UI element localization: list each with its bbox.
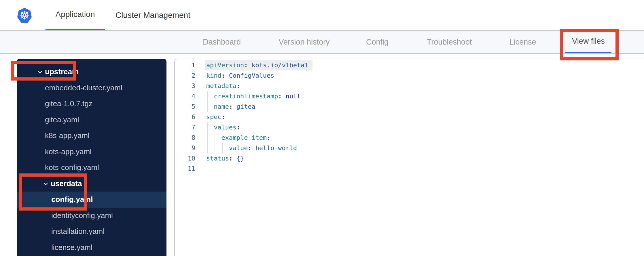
token — [206, 93, 214, 100]
subnav-tab-license[interactable]: License — [507, 31, 539, 53]
code-text: apiVersion: kots.io/v1beta1 — [206, 60, 308, 70]
code-line-2: 2kind: ConfigValues — [175, 70, 644, 81]
helm-wheel-glyph: ☸ — [19, 9, 30, 21]
topbar-tab-cluster-management[interactable]: Cluster Management — [114, 0, 192, 30]
subnav-tab-config[interactable]: Config — [360, 31, 395, 53]
token — [206, 144, 229, 152]
code-line-1: 1apiVersion: kots.io/v1beta1 — [175, 60, 644, 70]
token: : — [229, 155, 233, 162]
tree-folder-userdata[interactable]: userdata — [17, 176, 166, 192]
token: apiVersion — [206, 62, 244, 69]
token: values — [214, 124, 236, 131]
token: null — [286, 93, 301, 100]
token: : — [248, 144, 251, 152]
tree-file-identityconfig-yaml[interactable]: identityconfig.yaml — [17, 208, 166, 224]
top-app-bar: ☸ ApplicationCluster Management — [0, 0, 644, 31]
code-line-7: 7 values: — [175, 122, 644, 133]
code-text: status: {} — [206, 153, 244, 164]
token: status — [206, 155, 229, 162]
token: : — [236, 124, 240, 131]
token: {} — [236, 155, 244, 162]
token — [233, 155, 236, 162]
token: : — [229, 103, 233, 110]
token: : — [236, 82, 240, 89]
line-number: 11 — [175, 164, 195, 174]
chevron-down-icon — [38, 71, 42, 74]
line-number: 7 — [175, 122, 195, 133]
token: example_item — [221, 134, 267, 141]
chevron-down-icon — [43, 182, 48, 185]
tree-item-label: upstream — [45, 67, 79, 76]
token — [248, 62, 251, 69]
code-line-11: 11 — [175, 164, 644, 174]
file-tree-panel: upstreamembedded-cluster.yamlgitea-1.0.7… — [17, 59, 166, 256]
code-text: kind: ConfigValues — [206, 70, 274, 81]
token — [225, 72, 229, 79]
tree-item-label: kots-config.yaml — [45, 163, 99, 172]
line-number: 2 — [175, 70, 195, 81]
token — [206, 103, 214, 110]
token: kots.io/v1beta1 — [251, 62, 308, 69]
token: : — [267, 134, 270, 141]
code-text: example_item: — [206, 133, 270, 143]
code-text: value: hello world — [206, 143, 297, 153]
token: : — [244, 62, 248, 69]
token: metadata — [206, 82, 236, 89]
code-line-10: 10status: {} — [175, 153, 644, 164]
token: hello world — [255, 144, 297, 152]
code-line-8: 8 example_item: — [175, 133, 644, 143]
tree-item-label: installation.yaml — [51, 227, 105, 236]
token: ConfigValues — [229, 72, 274, 79]
code-text: name: gitea — [206, 102, 255, 112]
tree-item-label: embedded-cluster.yaml — [45, 83, 122, 92]
tree-folder-upstream[interactable]: upstream — [17, 64, 166, 80]
tree-item-label: k8s-app.yaml — [45, 131, 90, 140]
line-number: 8 — [175, 133, 195, 143]
topbar-tab-application[interactable]: Application — [46, 0, 105, 30]
tree-item-label: config.yaml — [51, 195, 93, 204]
tree-file-kots-app-yaml[interactable]: kots-app.yaml — [17, 144, 166, 160]
token — [252, 144, 255, 152]
tree-item-label: license.yaml — [51, 243, 92, 252]
code-line-6: 6spec: — [175, 112, 644, 122]
code-text: values: — [206, 122, 240, 133]
code-line-5: 5 name: gitea — [175, 102, 644, 112]
subnav-tab-dashboard[interactable]: Dashboard — [200, 31, 243, 53]
subnav-tab-version-history[interactable]: Version history — [278, 31, 330, 53]
code-text: metadata: — [206, 81, 240, 91]
line-number: 10 — [175, 153, 195, 164]
code-line-4: 4 creationTimestamp: null — [175, 91, 644, 102]
token: creationTimestamp — [214, 93, 278, 100]
tree-file-gitea-yaml[interactable]: gitea.yaml — [17, 112, 166, 128]
code-line-9: 9 value: hello world — [175, 143, 644, 153]
subnav-tab-troubleshoot[interactable]: Troubleshoot — [426, 31, 473, 53]
token — [206, 134, 221, 141]
tree-file-config-yaml[interactable]: config.yaml — [17, 192, 166, 208]
token: : — [278, 93, 282, 100]
code-line-3: 3metadata: — [175, 81, 644, 91]
tree-item-label: gitea.yaml — [45, 115, 79, 124]
file-viewer-editor[interactable]: 1apiVersion: kots.io/v1beta12kind: Confi… — [174, 59, 644, 256]
token — [206, 124, 214, 131]
tree-file-license-yaml[interactable]: license.yaml — [17, 240, 166, 256]
tree-item-label: kots-app.yaml — [45, 147, 92, 156]
line-number: 1 — [175, 60, 195, 70]
token: value — [229, 144, 248, 152]
subnav-tab-view-files[interactable]: View files — [565, 31, 611, 53]
line-number: 6 — [175, 112, 195, 122]
tree-file-kots-config-yaml[interactable]: kots-config.yaml — [17, 160, 166, 176]
token: : — [221, 113, 225, 121]
tree-item-label: identityconfig.yaml — [51, 211, 113, 220]
line-number: 9 — [175, 143, 195, 153]
line-number: 5 — [175, 102, 195, 112]
tree-file-k8s-app-yaml[interactable]: k8s-app.yaml — [17, 128, 166, 144]
token — [233, 103, 236, 110]
token — [282, 93, 285, 100]
tree-file-installation-yaml[interactable]: installation.yaml — [17, 223, 166, 240]
kubernetes-helm-icon: ☸ — [17, 8, 32, 23]
code-text: spec: — [206, 112, 225, 122]
tree-file-gitea-1-0-7-tgz[interactable]: gitea-1.0.7.tgz — [17, 96, 166, 112]
line-number: 3 — [175, 81, 195, 91]
tree-file-embedded-cluster-yaml[interactable]: embedded-cluster.yaml — [17, 80, 166, 96]
tree-item-label: userdata — [51, 179, 82, 188]
